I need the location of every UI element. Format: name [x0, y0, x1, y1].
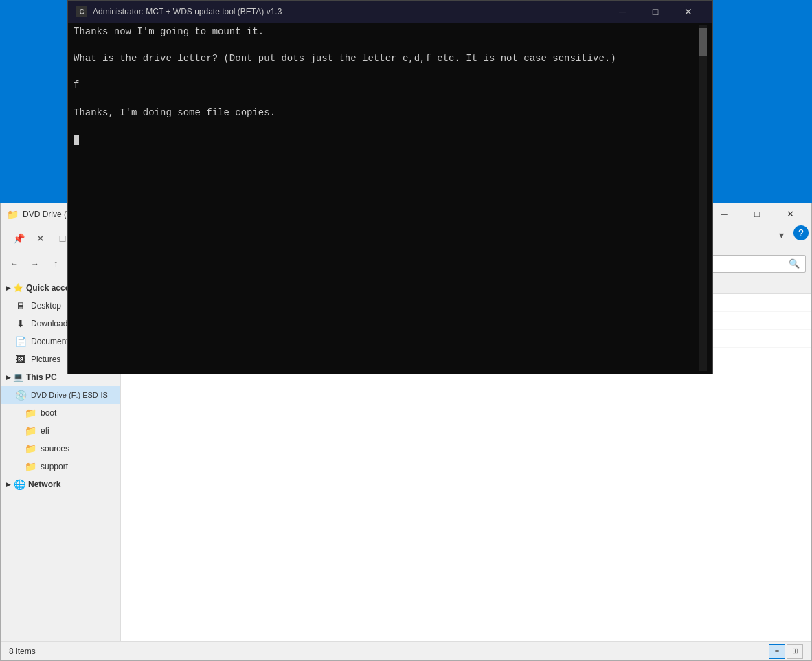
nav-up-button[interactable]: ↑ [47, 256, 64, 272]
cmd-titlebar: C Administrator: MCT + WDS update tool (… [68, 1, 712, 23]
folder-sources-icon: 📁 [24, 443, 36, 454]
sidebar-folder-boot[interactable]: 📁 boot [1, 404, 120, 422]
network-icon: 🌐 [13, 479, 25, 490]
folder-boot-icon: 📁 [24, 407, 36, 418]
cmd-window: C Administrator: MCT + WDS update tool (… [67, 0, 713, 374]
dvd-icon: 💿 [14, 390, 27, 401]
view-details-button[interactable]: ≡ [769, 644, 785, 659]
explorer-close-button[interactable]: ✕ [774, 204, 806, 225]
chevron-network-icon: ▸ [6, 480, 10, 489]
cmd-maximize-button[interactable]: □ [640, 1, 671, 23]
cmd-scrollbar-thumb[interactable] [699, 28, 707, 56]
pictures-icon: 🖼 [14, 354, 27, 365]
view-toggle-buttons: ≡ ⊞ [769, 644, 803, 659]
quick-access-star-icon: ⭐ [13, 283, 23, 293]
cmd-cursor [74, 135, 79, 145]
sidebar-network[interactable]: ▸ 🌐 Network [1, 475, 120, 493]
ribbon-tool-pin[interactable]: 📌 [9, 229, 28, 248]
explorer-folder-icon: 📁 [6, 209, 19, 220]
ribbon-tool-delete[interactable]: ✕ [31, 229, 50, 248]
view-large-icons-button[interactable]: ⊞ [787, 644, 803, 659]
computer-icon: 💻 [13, 372, 23, 382]
documents-icon: 📄 [14, 336, 27, 347]
ribbon-help-button[interactable]: ? [793, 225, 809, 240]
explorer-window-controls: ─ □ ✕ [708, 204, 806, 225]
cmd-window-controls: ─ □ ✕ [607, 1, 704, 23]
desktop-icon: 🖥 [14, 300, 27, 311]
sidebar-folder-sources[interactable]: 📁 sources [1, 440, 120, 458]
explorer-status-bar: 8 items ≡ ⊞ [1, 641, 811, 660]
downloads-icon: ⬇ [14, 318, 27, 329]
sidebar-dvd-drive[interactable]: 💿 DVD Drive (F:) ESD-IS [1, 386, 120, 404]
cmd-close-button[interactable]: ✕ [673, 1, 704, 23]
status-item-count: 8 items [9, 647, 36, 656]
explorer-maximize-button[interactable]: □ [741, 204, 773, 225]
sidebar-folder-efi[interactable]: 📁 efi [1, 422, 120, 440]
search-icon: 🔍 [789, 258, 800, 269]
empty-space [121, 348, 811, 641]
cmd-output: Thanks now I'm going to mount it. What i… [74, 25, 699, 371]
cmd-title-left: C Administrator: MCT + WDS update tool (… [76, 6, 282, 17]
cmd-app-icon: C [76, 6, 87, 17]
cmd-minimize-button[interactable]: ─ [607, 1, 638, 23]
folder-efi-icon: 📁 [24, 425, 36, 436]
chevron-right-icon: ▸ [6, 372, 10, 382]
nav-back-button[interactable]: ← [6, 256, 23, 272]
nav-forward-button[interactable]: → [27, 256, 43, 272]
cmd-content[interactable]: Thanks now I'm going to mount it. What i… [68, 23, 712, 374]
ribbon-expand-button[interactable]: ▾ [771, 225, 791, 245]
cmd-title-text: Administrator: MCT + WDS update tool (BE… [93, 7, 282, 16]
cmd-scrollbar[interactable] [699, 25, 707, 371]
folder-support-icon: 📁 [24, 461, 36, 472]
sidebar-folder-support[interactable]: 📁 support [1, 458, 120, 475]
chevron-down-icon: ▸ [6, 283, 10, 293]
